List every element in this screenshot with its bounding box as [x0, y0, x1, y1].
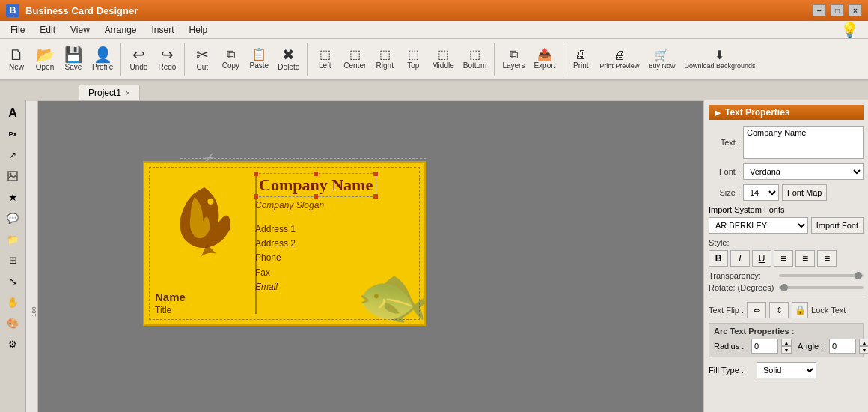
- handle-bl: [254, 194, 258, 199]
- color-tool[interactable]: 🎨: [2, 313, 23, 333]
- radius-label: Radius :: [714, 342, 748, 351]
- flip-horizontal-button[interactable]: ⇔: [747, 302, 766, 318]
- hand-tool[interactable]: ✋: [2, 292, 23, 312]
- copy-button[interactable]: ⧉ Copy: [217, 40, 244, 78]
- underline-button[interactable]: U: [752, 250, 771, 267]
- menu-file[interactable]: File: [3, 23, 32, 37]
- save-button[interactable]: 💾 Save: [60, 40, 87, 78]
- open-button[interactable]: 📂 Open: [31, 40, 58, 78]
- settings-tool[interactable]: ⚙: [2, 334, 23, 354]
- align-top-button[interactable]: ⬚ Top: [400, 40, 427, 78]
- phone-text: Phone: [255, 251, 414, 265]
- align-left-style-btn[interactable]: ≡: [774, 250, 793, 267]
- align-bottom-button[interactable]: ⬚ Bottom: [459, 40, 491, 78]
- card-person-name: Name: [155, 291, 186, 303]
- handle-tr: [373, 172, 378, 176]
- company-name-container[interactable]: Company Name: [255, 173, 376, 197]
- transparency-slider[interactable]: [779, 274, 864, 277]
- restore-button[interactable]: □: [831, 4, 844, 16]
- align-left-button[interactable]: ⬚ Left: [311, 40, 338, 78]
- buy-now-button[interactable]: 🛒 Buy Now: [644, 40, 679, 78]
- font-map-button[interactable]: Font Map: [782, 184, 827, 201]
- profile-button[interactable]: 👤 Profile: [88, 40, 117, 78]
- toolbar-separator-4: [494, 43, 495, 76]
- new-icon: 🗋: [9, 47, 24, 62]
- print-preview-icon: 🖨: [614, 49, 626, 61]
- close-button[interactable]: ×: [849, 4, 862, 16]
- menu-view[interactable]: View: [63, 23, 97, 37]
- folder-tool[interactable]: 📁: [2, 229, 23, 249]
- print-preview-button[interactable]: 🖨 Print Preview: [596, 40, 643, 78]
- company-name-selected: Company Name: [255, 173, 376, 197]
- align-center-button[interactable]: ⬚ Center: [340, 40, 370, 78]
- menu-help[interactable]: Help: [182, 23, 216, 37]
- print-button[interactable]: 🖨 Print: [567, 40, 594, 78]
- menu-arrange[interactable]: Arrange: [97, 23, 144, 37]
- align-right-button[interactable]: ⬚ Right: [371, 40, 398, 78]
- layers-button[interactable]: ⧉ Layers: [498, 40, 528, 78]
- export-button[interactable]: 📤 Export: [530, 40, 559, 78]
- angle-spin[interactable]: ▲ ▼: [859, 339, 868, 354]
- arc-row: Radius : ▲ ▼ Angle : ▲ ▼: [714, 339, 858, 354]
- paste-button[interactable]: 📋 Paste: [245, 40, 272, 78]
- text-tool[interactable]: A: [2, 103, 23, 123]
- star-tool[interactable]: ★: [2, 187, 23, 207]
- size-label: Size :: [709, 188, 740, 197]
- window-controls: − □ ×: [813, 4, 862, 16]
- redo-button[interactable]: ↪ Redo: [153, 40, 180, 78]
- italic-button[interactable]: I: [730, 250, 750, 267]
- flip-vertical-button[interactable]: ⇕: [769, 302, 789, 318]
- canvas-area[interactable]: ✂ 🐟: [38, 101, 703, 412]
- delete-icon: ✖: [282, 47, 295, 62]
- fill-type-select[interactable]: Solid: [757, 362, 816, 378]
- canvas-container: 0 100 200 300 100 ✂: [26, 100, 703, 412]
- ruler-left-area: 100 ✂ 🐟: [26, 101, 703, 412]
- new-button[interactable]: 🗋 New: [3, 40, 30, 78]
- font-preset-select[interactable]: AR BERKLEY: [709, 217, 808, 234]
- company-name-text: Company Name: [259, 175, 373, 194]
- radius-down-button[interactable]: ▼: [781, 346, 792, 354]
- angle-up-button[interactable]: ▲: [859, 339, 868, 346]
- grid-tool[interactable]: ⊞: [2, 250, 23, 270]
- text-flip-row: Text Flip : ⇔ ⇕ 🔒 Lock Text: [709, 302, 864, 318]
- cut-button[interactable]: ✂ Cut: [189, 40, 216, 78]
- select-tool[interactable]: ↗: [2, 145, 23, 165]
- radius-spin[interactable]: ▲ ▼: [781, 339, 792, 354]
- bold-button[interactable]: B: [709, 250, 728, 267]
- delete-button[interactable]: ✖ Delete: [274, 40, 303, 78]
- import-font-button[interactable]: Import Font: [811, 217, 864, 234]
- size-select[interactable]: 14: [743, 184, 779, 201]
- rotate-slider[interactable]: [779, 286, 864, 289]
- radius-up-button[interactable]: ▲: [781, 339, 792, 346]
- project1-tab[interactable]: Project1 ×: [79, 85, 140, 100]
- menu-edit[interactable]: Edit: [32, 23, 63, 37]
- business-card[interactable]: 🐟: [143, 161, 426, 326]
- text-prop-row: Text :: [709, 126, 864, 159]
- angle-down-button[interactable]: ▼: [859, 346, 868, 354]
- angle-input[interactable]: [829, 339, 856, 354]
- text-input[interactable]: [743, 126, 864, 159]
- logo-shape: [159, 175, 248, 277]
- undo-button[interactable]: ↩ Undo: [125, 40, 152, 78]
- menu-insert[interactable]: Insert: [144, 23, 182, 37]
- align-right-style-btn[interactable]: ≡: [817, 250, 837, 267]
- resize-tool[interactable]: ⤡: [2, 271, 23, 291]
- download-backgrounds-button[interactable]: ⬇ Download Backgrounds: [680, 40, 759, 78]
- font-select[interactable]: Verdana: [743, 163, 864, 180]
- radius-input[interactable]: [751, 339, 778, 354]
- tab-close-icon[interactable]: ×: [126, 89, 130, 97]
- image-tool[interactable]: [2, 166, 23, 186]
- print-icon: 🖨: [575, 49, 587, 61]
- left-sidebar: A Px ↗ ★ 💬 📁 ⊞ ⤡ ✋ 🎨 ⚙: [0, 100, 26, 412]
- minimize-button[interactable]: −: [813, 4, 826, 16]
- px-tool[interactable]: Px: [2, 124, 23, 144]
- speech-tool[interactable]: 💬: [2, 208, 23, 228]
- font-preset-row: AR BERKLEY Import Font: [709, 217, 864, 234]
- lock-button[interactable]: 🔒: [792, 302, 808, 318]
- align-middle-button[interactable]: ⬚ Middle: [428, 40, 457, 78]
- title-bar: B Business Card Designer − □ ×: [0, 0, 868, 21]
- divider-1: [709, 297, 864, 297]
- align-bottom-icon: ⬚: [469, 49, 480, 61]
- align-center-style-btn[interactable]: ≡: [795, 250, 815, 267]
- handle-br: [373, 194, 378, 199]
